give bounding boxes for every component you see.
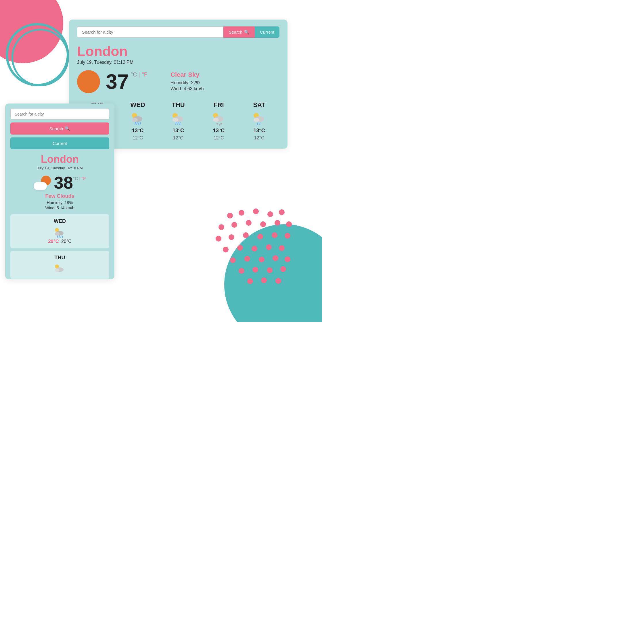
small-forecast-wed: WED 29°C 20°C <box>10 214 109 248</box>
small-humidity: Humidity: 19% <box>10 200 109 205</box>
small-forecast-thu-label: THU <box>55 255 65 261</box>
svg-point-58 <box>221 123 222 124</box>
svg-point-10 <box>286 221 292 227</box>
svg-point-0 <box>227 213 233 219</box>
svg-point-22 <box>230 257 236 263</box>
svg-point-16 <box>285 233 290 239</box>
svg-line-63 <box>260 122 260 125</box>
svg-point-23 <box>244 256 250 262</box>
svg-point-42 <box>132 118 138 122</box>
svg-point-28 <box>252 267 258 273</box>
small-condition: Few Clouds <box>10 193 109 199</box>
svg-line-44 <box>137 122 137 125</box>
forecast-day-thu: THU 13°C 12°C <box>158 101 199 141</box>
main-unit-sep: | <box>139 71 142 78</box>
svg-line-50 <box>176 122 176 125</box>
svg-point-33 <box>275 278 281 284</box>
svg-point-30 <box>280 266 286 272</box>
svg-point-55 <box>213 118 219 122</box>
svg-point-5 <box>219 224 224 230</box>
main-temp-value: 37 <box>106 71 129 92</box>
svg-point-1 <box>239 210 244 216</box>
forecast-fri-low: 12°C <box>214 135 224 141</box>
svg-point-4 <box>279 209 285 215</box>
small-forecast-thu: THU <box>10 251 109 279</box>
small-forecast-wed-icon <box>53 226 66 239</box>
small-forecast-wed-label: WED <box>54 218 66 224</box>
decorative-dots-pattern <box>213 207 299 293</box>
svg-point-18 <box>237 245 243 251</box>
svg-point-8 <box>260 221 266 227</box>
main-temperature-display: 37 °C | °F <box>106 71 147 92</box>
svg-point-11 <box>216 236 221 241</box>
svg-point-26 <box>285 256 290 262</box>
small-current-weather: 38 °C | °F <box>10 174 109 191</box>
svg-line-46 <box>140 122 141 125</box>
main-unit-fahrenheit: °F <box>142 71 147 78</box>
main-search-button-label: Search <box>229 30 242 35</box>
small-search-button-label: Search <box>49 126 63 131</box>
svg-point-66 <box>55 232 60 235</box>
svg-point-2 <box>253 208 259 214</box>
forecast-day-fri: FRI 13°C 12°C <box>198 101 239 141</box>
forecast-sat-icon <box>252 110 267 126</box>
svg-point-56 <box>216 123 218 124</box>
small-search-input[interactable] <box>10 109 109 120</box>
main-unit-celsius: °C <box>131 71 137 78</box>
small-cloud-icon <box>34 182 47 190</box>
small-unit-fahrenheit: °F <box>81 176 86 181</box>
main-city-date: July 19, Tuesday, 01:12 PM <box>77 60 279 65</box>
forecast-wed-label: WED <box>131 101 145 109</box>
forecast-sat-label: SAT <box>253 101 265 109</box>
small-forecast-thu-icon <box>53 262 66 275</box>
small-search-button[interactable]: Search 🔍 <box>10 122 109 135</box>
main-city-name: London <box>77 43 279 59</box>
forecast-thu-low: 12°C <box>173 135 183 141</box>
small-wind: Wind: 5.14 km/h <box>10 206 109 210</box>
svg-point-6 <box>231 222 237 228</box>
svg-line-45 <box>138 122 139 125</box>
svg-point-3 <box>267 211 273 217</box>
small-city-date: July 19, Tuesday, 02:18 PM <box>10 166 109 170</box>
forecast-fri-label: FRI <box>214 101 224 109</box>
svg-point-57 <box>219 124 221 126</box>
small-unit-celsius: °C <box>73 176 78 181</box>
small-weather-card: Search 🔍 Current London July 19, Tuesday… <box>5 103 114 279</box>
main-current-weather: 37 °C | °F Clear Sky Humidity: 22% Wind:… <box>77 70 279 93</box>
forecast-thu-label: THU <box>172 101 185 109</box>
small-forecast-wed-high: 29°C <box>48 239 59 244</box>
main-current-button[interactable]: Current <box>255 26 279 38</box>
svg-line-70 <box>62 235 63 238</box>
forecast-sat-high: 13°C <box>253 128 265 134</box>
svg-point-12 <box>229 234 234 240</box>
small-current-button-label: Current <box>53 141 67 146</box>
main-wind: Wind: 4.63 km/h <box>170 86 204 91</box>
forecast-day-sat: SAT 13°C 12°C <box>239 101 279 141</box>
small-weather-icon <box>34 176 51 190</box>
svg-point-29 <box>267 267 273 273</box>
svg-line-51 <box>178 122 178 125</box>
svg-point-31 <box>247 278 253 284</box>
main-temp-units: °C | °F <box>131 71 147 78</box>
svg-point-15 <box>272 232 277 238</box>
svg-point-73 <box>55 269 60 272</box>
forecast-sat-low: 12°C <box>254 135 265 141</box>
svg-point-7 <box>246 220 252 226</box>
forecast-day-wed: WED 13°C 12°C <box>118 101 158 141</box>
main-search-button[interactable]: Search 🔍 <box>223 26 255 38</box>
svg-line-43 <box>135 122 136 125</box>
forecast-wed-icon <box>130 110 145 126</box>
main-humidity: Humidity: 22% <box>170 80 204 85</box>
small-search-icon: 🔍 <box>65 126 70 131</box>
forecast-fri-high: 13°C <box>213 128 225 134</box>
decorative-teal-ring-inner <box>11 29 69 86</box>
svg-point-24 <box>259 257 265 262</box>
main-condition: Clear Sky <box>170 71 204 78</box>
small-city-name: London <box>10 153 109 165</box>
main-search-input[interactable] <box>77 26 223 38</box>
svg-point-20 <box>266 244 272 250</box>
svg-line-68 <box>59 235 60 238</box>
small-current-button[interactable]: Current <box>10 137 109 149</box>
svg-point-19 <box>252 246 257 252</box>
forecast-thu-icon <box>170 110 186 126</box>
